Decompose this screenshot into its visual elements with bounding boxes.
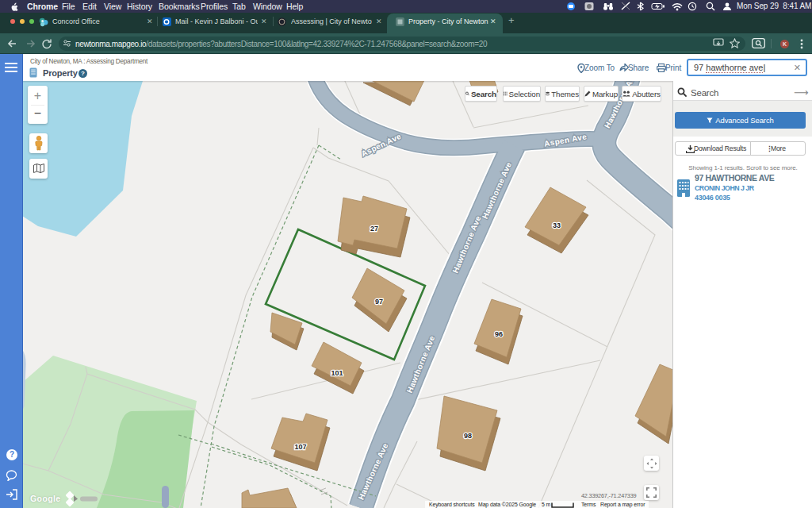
svg-text:97: 97 xyxy=(375,298,383,306)
svg-text:107: 107 xyxy=(294,443,306,451)
svg-text:98: 98 xyxy=(464,432,472,440)
svg-text:27: 27 xyxy=(370,225,378,233)
svg-text:96: 96 xyxy=(495,330,503,338)
svg-text:101: 101 xyxy=(331,369,343,377)
svg-text:33: 33 xyxy=(553,221,561,229)
